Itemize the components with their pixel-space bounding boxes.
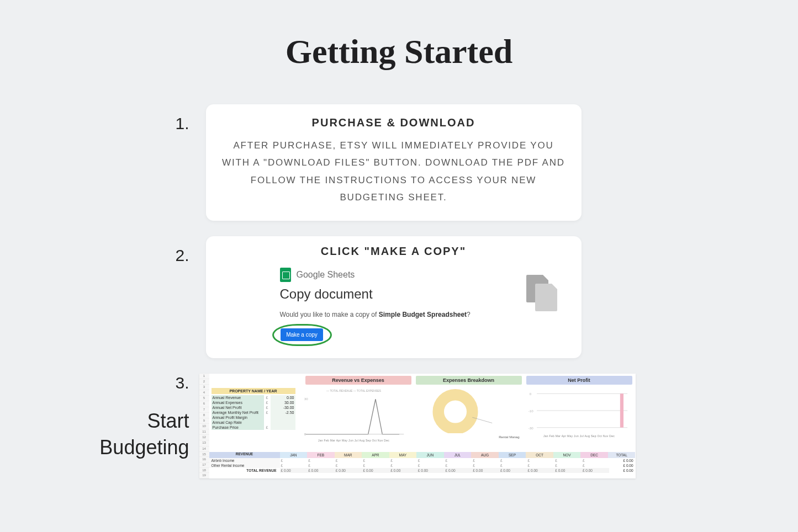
total-revenue-row: TOTAL REVENUE£ 0.00£ 0.00£ 0.00£ 0.00£ 0… bbox=[209, 468, 636, 473]
summary-label: Annual Cap Rate bbox=[212, 420, 264, 425]
step-3-number: 3. bbox=[96, 374, 189, 392]
summary-label: Annual Expenses bbox=[212, 400, 264, 405]
step-2-title: CLICK "MAKE A COPY" bbox=[219, 245, 568, 258]
svg-text:0: 0 bbox=[529, 392, 531, 396]
row-numbers-bottom: 1516171819 bbox=[199, 452, 209, 478]
make-copy-highlight-circle: Make a copy bbox=[272, 324, 332, 346]
page-title: Getting Started bbox=[0, 32, 798, 71]
steps-list: 1. PURCHASE & DOWNLOAD AFTER PURCHASE, E… bbox=[151, 104, 648, 478]
chart-header-expenses: Expenses Breakdown bbox=[416, 376, 522, 385]
step-1-number: 1. bbox=[151, 104, 189, 133]
svg-text:-30: -30 bbox=[528, 426, 533, 430]
step-3-line2: Budgeting bbox=[96, 434, 189, 461]
copy-question: Would you like to make a copy of Simple … bbox=[280, 311, 568, 318]
step-2: 2. CLICK "MAKE A COPY" Google Sheets Cop… bbox=[151, 236, 648, 358]
spreadsheet-preview: 1234567891011121314 Revenue vs Expenses … bbox=[199, 374, 636, 478]
document-copy-icon bbox=[526, 275, 559, 313]
summary-label: Annual Revenue bbox=[212, 395, 264, 400]
summary-label: Average Monthly Net Profit bbox=[212, 410, 264, 415]
step-3-line1: Start bbox=[96, 408, 189, 435]
svg-point-3 bbox=[438, 395, 472, 429]
step-3-label-col: 3. Start Budgeting bbox=[96, 374, 189, 461]
svg-text:-10: -10 bbox=[528, 409, 533, 413]
chart-header-netprofit: Net Profit bbox=[526, 376, 632, 385]
table-row: Airbnb Income£££££££££££££ 0.00 bbox=[209, 458, 636, 463]
step-1-body: AFTER PURCHASE, ETSY WILL IMMEDIATELY PR… bbox=[221, 137, 566, 206]
svg-rect-8 bbox=[620, 393, 623, 428]
row-numbers: 1234567891011121314 bbox=[199, 374, 209, 452]
month-header-row: REVENUE JAN FEB MAR APR MAY JUN JUL AUG … bbox=[209, 452, 636, 458]
step-2-card: CLICK "MAKE A COPY" Google Sheets Copy d… bbox=[206, 236, 582, 358]
step-3: 3. Start Budgeting 1234567891011121314 R… bbox=[96, 374, 648, 478]
step-1-card: PURCHASE & DOWNLOAD AFTER PURCHASE, ETSY… bbox=[206, 104, 582, 221]
net-profit-chart: 0-10-30 Jan Feb Mar Apr May Jun Jul Aug … bbox=[523, 387, 636, 448]
summary-label: Purchase Price bbox=[212, 425, 264, 430]
revenue-expenses-chart: — TOTAL REVENUE — TOTAL EXPENSES 300 Jan… bbox=[298, 387, 410, 448]
svg-text:30: 30 bbox=[304, 397, 308, 401]
table-row: Other Rental Income£££££££££££££ 0.00 bbox=[209, 463, 636, 468]
copy-document-heading: Copy document bbox=[280, 286, 568, 302]
property-header: PROPERTY NAME / YEAR bbox=[212, 388, 295, 394]
make-a-copy-button[interactable]: Make a copy bbox=[281, 328, 323, 341]
expenses-breakdown-chart: Rental Manag bbox=[410, 387, 523, 448]
google-sheets-icon bbox=[280, 268, 291, 282]
google-sheets-label: Google Sheets bbox=[297, 270, 355, 280]
step-2-number: 2. bbox=[151, 236, 189, 265]
step-1: 1. PURCHASE & DOWNLOAD AFTER PURCHASE, E… bbox=[151, 104, 648, 221]
chart-header-revenue: Revenue vs Expenses bbox=[305, 376, 411, 385]
step-1-title: PURCHASE & DOWNLOAD bbox=[221, 116, 566, 129]
summary-label: Annual Net Profit bbox=[212, 405, 264, 410]
svg-text:0: 0 bbox=[304, 432, 306, 436]
summary-table: PROPERTY NAME / YEAR Annual Revenue£0.00… bbox=[209, 387, 298, 448]
summary-label: Annual Profit Margin bbox=[212, 415, 264, 420]
